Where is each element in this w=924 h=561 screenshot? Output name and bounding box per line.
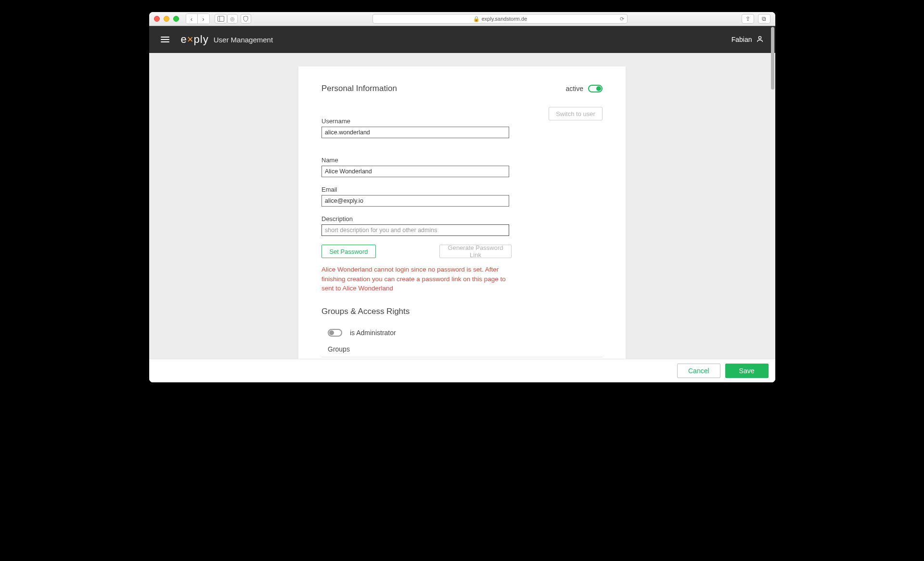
extension-icon[interactable]: ◎ bbox=[227, 14, 238, 24]
label-name: Name bbox=[321, 157, 603, 164]
user-name: Fabian bbox=[732, 36, 752, 43]
label-email: Email bbox=[321, 186, 603, 193]
groups-sub-label: Groups bbox=[321, 340, 603, 355]
section-title-personal: Personal Information bbox=[321, 84, 397, 93]
label-description: Description bbox=[321, 215, 603, 222]
divider bbox=[321, 357, 603, 357]
minimize-icon[interactable] bbox=[164, 16, 169, 22]
url-text: exply.sandstorm.de bbox=[482, 16, 527, 22]
active-toggle[interactable] bbox=[588, 85, 603, 92]
menu-icon[interactable] bbox=[161, 37, 169, 42]
description-input[interactable] bbox=[321, 224, 509, 236]
svg-rect-0 bbox=[218, 16, 224, 22]
app-header: e×ply User Management Fabian bbox=[149, 26, 775, 53]
reload-icon[interactable]: ⟳ bbox=[620, 16, 624, 22]
maximize-icon[interactable] bbox=[173, 16, 179, 22]
app-logo: e×ply bbox=[181, 33, 209, 46]
page-title: User Management bbox=[214, 36, 273, 44]
form-card: Personal Information active Switch to us… bbox=[298, 66, 626, 359]
password-warning: Alice Wonderland cannot login since no p… bbox=[321, 265, 509, 293]
active-toggle-label: active bbox=[565, 85, 583, 92]
browser-titlebar: ‹ › ◎ 🔒 exply.sandstorm.de ⟳ ⇪ ⧉ bbox=[149, 12, 775, 26]
app-frame: e×ply User Management Fabian Personal In… bbox=[149, 26, 775, 382]
switch-to-user-button[interactable]: Switch to user bbox=[549, 107, 603, 120]
user-menu[interactable]: Fabian bbox=[732, 35, 764, 44]
browser-sidebar-button[interactable] bbox=[215, 14, 227, 24]
address-bar[interactable]: 🔒 exply.sandstorm.de ⟳ bbox=[372, 14, 628, 24]
back-button[interactable]: ‹ bbox=[186, 14, 198, 24]
scrollbar[interactable] bbox=[770, 26, 775, 382]
footer-bar: Cancel Save bbox=[149, 359, 775, 382]
tabs-icon[interactable]: ⧉ bbox=[758, 14, 770, 24]
forward-button[interactable]: › bbox=[198, 14, 209, 24]
username-input[interactable] bbox=[321, 127, 509, 138]
user-icon bbox=[756, 35, 764, 44]
save-button[interactable]: Save bbox=[725, 364, 769, 378]
window-controls bbox=[154, 16, 179, 22]
share-icon[interactable]: ⇪ bbox=[742, 14, 754, 24]
cancel-button[interactable]: Cancel bbox=[677, 364, 720, 378]
browser-window: ‹ › ◎ 🔒 exply.sandstorm.de ⟳ ⇪ ⧉ + bbox=[149, 12, 775, 382]
shield-icon[interactable] bbox=[241, 14, 251, 24]
content-area: Personal Information active Switch to us… bbox=[149, 53, 775, 359]
is-admin-toggle[interactable] bbox=[328, 329, 342, 337]
section-title-groups: Groups & Access Rights bbox=[321, 307, 603, 316]
lock-icon: 🔒 bbox=[473, 16, 480, 22]
is-admin-label: is Administrator bbox=[350, 329, 396, 337]
generate-password-link-button[interactable]: Generate Password Link bbox=[439, 245, 512, 258]
name-input[interactable] bbox=[321, 166, 509, 177]
browser-nav: ‹ › bbox=[186, 13, 210, 24]
email-input[interactable] bbox=[321, 195, 509, 207]
svg-point-2 bbox=[758, 36, 761, 39]
set-password-button[interactable]: Set Password bbox=[321, 245, 376, 258]
close-icon[interactable] bbox=[154, 16, 160, 22]
